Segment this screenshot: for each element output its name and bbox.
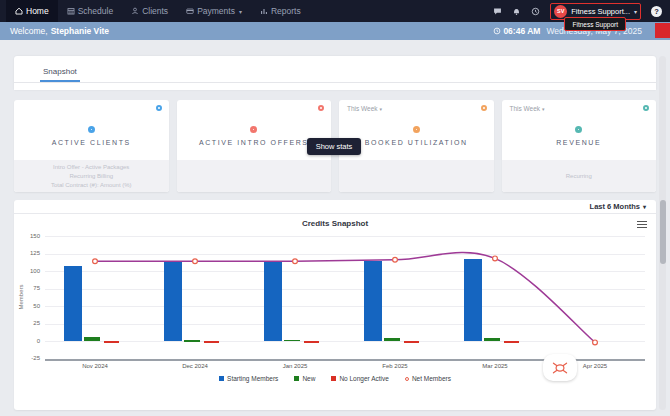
x-axis-tick: Jan 2025 bbox=[265, 363, 325, 369]
legend-net-members[interactable]: Net Members bbox=[405, 375, 451, 382]
x-axis-tick: Nov 2024 bbox=[65, 363, 125, 369]
bar-starting-members-feb-2025 bbox=[364, 261, 382, 341]
gridline bbox=[45, 236, 645, 237]
notifications-bell-icon[interactable] bbox=[512, 7, 521, 16]
scrollbar-thumb[interactable] bbox=[660, 200, 666, 264]
chart-body: Credits Snapshot Members Starting Member… bbox=[14, 214, 656, 409]
nav-item-home[interactable]: Home bbox=[6, 0, 58, 22]
y-axis-tick: -25 bbox=[16, 355, 40, 361]
nav-item-label: Clients bbox=[142, 6, 168, 16]
schedule-icon bbox=[67, 7, 75, 15]
chevron-down-icon: ▾ bbox=[634, 8, 637, 15]
chart-header: Last 6 Months ▾ bbox=[14, 200, 656, 214]
line-marker bbox=[293, 259, 298, 264]
y-axis-tick: 25 bbox=[16, 320, 40, 326]
tab-strip: Snapshot bbox=[14, 56, 656, 83]
legend-starting-members[interactable]: Starting Members bbox=[219, 375, 278, 382]
welcome-prefix: Welcome, bbox=[10, 26, 48, 36]
card-footer-line: Total Contract (#): Amount (%) bbox=[51, 181, 132, 190]
card-donut-icon bbox=[88, 126, 95, 133]
clock-icon[interactable] bbox=[531, 7, 540, 16]
card-donut-icon bbox=[575, 126, 582, 133]
legend-label: Net Members bbox=[412, 375, 451, 382]
account-tooltip: Fitness Support bbox=[564, 17, 626, 31]
chart-title: Credits Snapshot bbox=[14, 219, 656, 228]
help-icon[interactable]: ? bbox=[651, 6, 662, 17]
legend-label: No Longer Active bbox=[339, 375, 389, 382]
bar-starting-members-nov-2024 bbox=[64, 266, 82, 341]
annotation-red-badge bbox=[655, 23, 670, 38]
line-marker bbox=[93, 259, 98, 264]
bar-starting-members-mar-2025 bbox=[464, 259, 482, 341]
card-title: REVENUE bbox=[502, 139, 657, 146]
card-info-icon[interactable] bbox=[481, 105, 487, 111]
bar-new-nov-2024 bbox=[84, 337, 100, 341]
card-period-dropdown[interactable]: This Week▾ bbox=[347, 105, 382, 112]
chart-menu-icon[interactable] bbox=[637, 219, 647, 230]
bar-starting-members-dec-2024 bbox=[164, 262, 182, 341]
nav-item-reports[interactable]: Reports bbox=[251, 0, 310, 22]
nav-item-label: Home bbox=[26, 6, 49, 16]
legend-label: New bbox=[302, 375, 315, 382]
x-axis-tick: Feb 2025 bbox=[365, 363, 425, 369]
card-footer-line: Recurring Billing bbox=[69, 172, 113, 181]
bar-no-longer-active-dec-2024 bbox=[204, 341, 219, 343]
line-marker bbox=[193, 259, 198, 264]
chart-panel: Last 6 Months ▾ Credits Snapshot Members… bbox=[14, 200, 656, 410]
nav-item-schedule[interactable]: Schedule bbox=[58, 0, 122, 22]
chevron-down-icon: ▾ bbox=[380, 106, 383, 112]
bar-no-longer-active-feb-2025 bbox=[404, 341, 419, 343]
avatar: SV bbox=[554, 5, 567, 18]
tab-panel: Snapshot bbox=[14, 56, 656, 90]
nav-item-payments[interactable]: Payments▾ bbox=[177, 0, 251, 22]
y-axis-tick: 50 bbox=[16, 303, 40, 309]
nav-item-label: Reports bbox=[271, 6, 301, 16]
card-title: ACTIVE CLIENTS bbox=[14, 139, 169, 146]
tab-snapshot[interactable]: Snapshot bbox=[40, 61, 80, 82]
line-marker bbox=[493, 256, 498, 261]
chevron-down-icon: ▾ bbox=[643, 203, 646, 210]
card-donut-icon bbox=[413, 126, 420, 133]
payments-icon bbox=[186, 7, 194, 15]
main-nav: HomeScheduleClientsPayments▾Reports bbox=[6, 0, 310, 22]
card-info-icon[interactable] bbox=[156, 105, 162, 111]
range-dropdown[interactable]: Last 6 Months ▾ bbox=[590, 202, 646, 211]
bar-no-longer-active-mar-2025 bbox=[504, 341, 519, 343]
card-revenue: This Week▾REVENUERecurring bbox=[502, 100, 657, 192]
gridline bbox=[45, 289, 645, 290]
show-stats-button[interactable]: Show stats bbox=[307, 138, 361, 155]
gridline bbox=[45, 324, 645, 325]
card-period-label: This Week bbox=[510, 105, 541, 112]
nav-item-label: Payments bbox=[197, 6, 235, 16]
app-root: HomeScheduleClientsPayments▾Reports SV F… bbox=[0, 0, 670, 416]
home-icon bbox=[15, 7, 23, 15]
legend-new[interactable]: New bbox=[294, 375, 315, 382]
gridline bbox=[45, 254, 645, 255]
card-info-icon[interactable] bbox=[643, 105, 649, 111]
mascot-icon[interactable] bbox=[543, 354, 577, 381]
card-footer-line: Recurring bbox=[566, 172, 592, 181]
line-marker bbox=[393, 257, 398, 262]
legend-no-longer-active[interactable]: No Longer Active bbox=[331, 375, 389, 382]
gridline bbox=[45, 271, 645, 272]
card-period-label: This Week bbox=[347, 105, 378, 112]
card-donut-icon bbox=[250, 126, 257, 133]
nav-item-clients[interactable]: Clients bbox=[122, 0, 177, 22]
card-period-dropdown[interactable]: This Week▾ bbox=[510, 105, 545, 112]
card-info-icon[interactable] bbox=[318, 105, 324, 111]
legend-marker bbox=[405, 377, 409, 381]
card-footer: Recurring bbox=[502, 160, 657, 192]
x-axis-tick: Mar 2025 bbox=[465, 363, 525, 369]
card-footer-line: Intro Offer - Active Packages bbox=[53, 163, 129, 172]
reports-icon bbox=[260, 7, 268, 15]
scrollbar-track[interactable] bbox=[659, 56, 666, 410]
x-axis-tick: Dec 2024 bbox=[165, 363, 225, 369]
messages-icon[interactable] bbox=[493, 7, 502, 16]
legend-label: Starting Members bbox=[227, 375, 278, 382]
bar-new-jan-2025 bbox=[284, 340, 300, 342]
bar-no-longer-active-jan-2025 bbox=[304, 341, 319, 343]
chevron-down-icon: ▾ bbox=[542, 106, 545, 112]
y-axis-tick: 100 bbox=[16, 268, 40, 274]
card-title: BOOKED UTILIZATION bbox=[339, 139, 494, 146]
y-axis-tick: 75 bbox=[16, 285, 40, 291]
